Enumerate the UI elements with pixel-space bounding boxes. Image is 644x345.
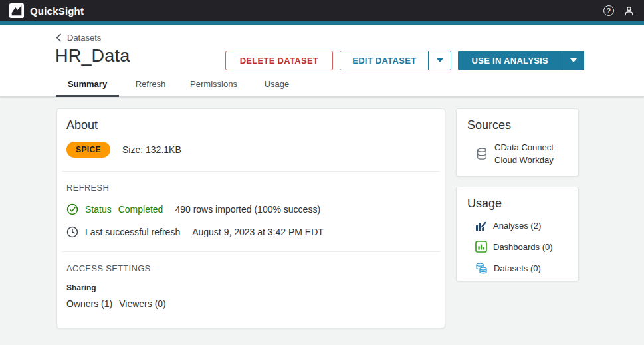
status-success-icon <box>66 203 78 215</box>
status-label: Status <box>85 204 112 215</box>
tab-refresh[interactable]: Refresh <box>119 74 182 97</box>
last-refresh-row: Last successful refresh August 9, 2023 a… <box>66 226 435 238</box>
divider <box>62 251 440 252</box>
last-refresh-label: Last successful refresh <box>85 227 180 237</box>
owners-count: Owners (1) <box>66 298 112 309</box>
use-in-analysis-button[interactable]: USE IN ANALYSIS <box>458 51 562 70</box>
chevron-down-icon <box>570 58 577 62</box>
usage-heading: Usage <box>467 197 568 211</box>
page-header: Datasets HR_Data DELETE DATASET EDIT DAT… <box>0 25 644 97</box>
tab-usage[interactable]: Usage <box>245 74 308 97</box>
app-name: QuickSight <box>30 5 84 17</box>
chevron-down-icon <box>437 58 443 62</box>
spice-row: SPICE Size: 132.1KB <box>66 142 435 158</box>
source-item[interactable]: CData Connect Cloud Workday <box>475 142 568 167</box>
edit-dataset-split-button: EDIT DATASET <box>340 51 451 70</box>
sharing-label: Sharing <box>66 283 435 292</box>
usage-card: Usage Analyses (2) Dashboards (0) <box>456 187 579 281</box>
analyses-icon <box>475 219 487 231</box>
spice-badge: SPICE <box>66 142 110 158</box>
usage-label: Analyses (2) <box>493 221 541 231</box>
source-name: CData Connect Cloud Workday <box>494 142 568 167</box>
sources-heading: Sources <box>467 118 568 132</box>
use-in-analysis-split-button: USE IN ANALYSIS <box>458 51 584 70</box>
page-title: HR_Data <box>55 46 130 66</box>
help-icon[interactable]: ? <box>603 5 614 16</box>
about-card: About SPICE Size: 132.1KB REFRESH Status… <box>56 108 445 328</box>
refresh-status-row: Status Completed 490 rows imported (100%… <box>66 203 435 215</box>
quicksight-logo-icon <box>9 3 24 18</box>
user-icon[interactable] <box>623 5 635 17</box>
breadcrumb-label: Datasets <box>67 33 101 43</box>
dataset-tabs: Summary Refresh Permissions Usage <box>56 74 308 97</box>
edit-dataset-dropdown-button[interactable] <box>428 51 451 70</box>
refresh-section-heading: REFRESH <box>66 183 435 193</box>
tab-summary[interactable]: Summary <box>56 74 119 97</box>
usage-label: Dashboards (0) <box>493 242 553 252</box>
usage-item-dashboards[interactable]: Dashboards (0) <box>475 240 568 253</box>
edit-dataset-button[interactable]: EDIT DATASET <box>340 51 428 70</box>
sharing-counts: Owners (1) Viewers (0) <box>66 298 435 309</box>
delete-dataset-button[interactable]: DELETE DATASET <box>225 51 334 70</box>
last-refresh-value: August 9, 2023 at 3:42 PM EDT <box>192 227 324 237</box>
viewers-count: Viewers (0) <box>119 298 166 309</box>
quicksight-logo[interactable]: QuickSight <box>9 3 84 18</box>
clock-icon <box>66 226 78 238</box>
tab-permissions[interactable]: Permissions <box>182 74 245 97</box>
topbar-actions: ? <box>603 5 635 17</box>
about-heading: About <box>66 118 435 132</box>
usage-item-analyses[interactable]: Analyses (2) <box>475 219 568 232</box>
access-settings-heading: ACCESS SETTINGS <box>66 263 435 273</box>
usage-item-datasets[interactable]: Datasets (0) <box>475 261 568 275</box>
dashboards-icon <box>475 241 487 253</box>
use-in-analysis-dropdown-button[interactable] <box>562 51 584 70</box>
status-value: Completed <box>118 204 163 215</box>
dataset-size: Size: 132.1KB <box>122 144 181 155</box>
topbar: QuickSight ? <box>0 0 644 21</box>
usage-label: Datasets (0) <box>494 263 541 273</box>
status-detail: 490 rows imported (100% success) <box>175 204 320 215</box>
database-icon <box>475 147 488 161</box>
chevron-left-icon <box>56 33 62 42</box>
breadcrumb[interactable]: Datasets <box>56 33 101 43</box>
datasets-icon <box>475 262 488 275</box>
action-buttons: DELETE DATASET EDIT DATASET USE IN ANALY… <box>225 51 584 70</box>
sources-card: Sources CData Connect Cloud Workday <box>456 108 579 177</box>
divider <box>62 171 440 172</box>
